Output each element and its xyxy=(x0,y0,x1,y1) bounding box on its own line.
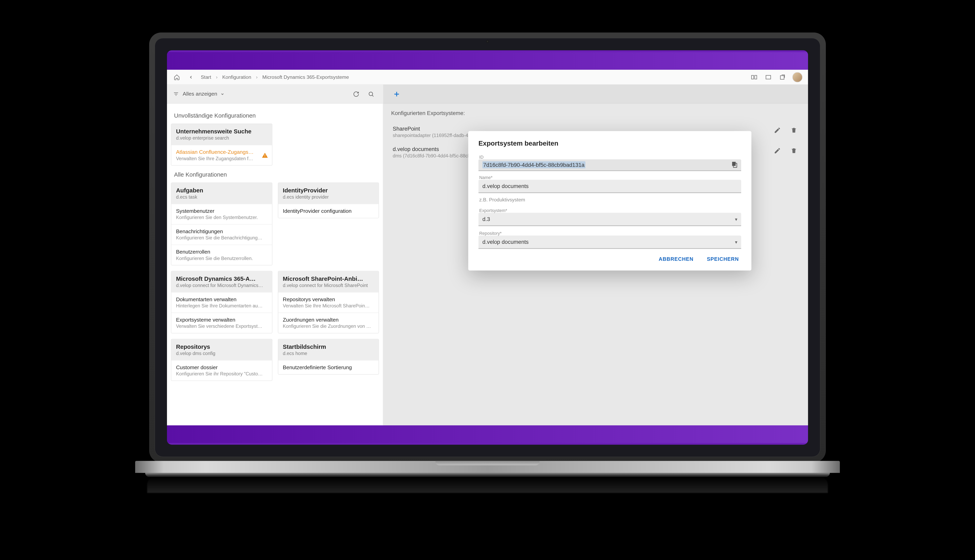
card-subtitle: d.ecs task xyxy=(176,194,267,200)
copy-icon[interactable] xyxy=(731,161,738,168)
exportsystem-select[interactable]: d.3 xyxy=(478,213,741,226)
card-item[interactable]: Benutzerdefinierte Sortierung xyxy=(278,360,379,374)
svg-point-7 xyxy=(369,92,373,95)
crumb-config[interactable]: Konfiguration xyxy=(222,74,251,80)
config-toolbar: Alles anzeigen xyxy=(167,85,383,103)
card-head[interactable]: IdentityProviderd.ecs identity provider xyxy=(278,183,379,203)
filter-dropdown[interactable]: Alles anzeigen xyxy=(183,91,224,97)
filter-label: Alles anzeigen xyxy=(183,91,217,97)
id-value[interactable]: 7d16c8fd-7b90-4dd4-bf5c-88cb9bad131a xyxy=(478,159,741,171)
card-item[interactable]: BenutzerrollenKonfigurieren Sie die Benu… xyxy=(171,245,272,265)
card-head[interactable]: Aufgabend.ecs task xyxy=(171,183,272,203)
crumb-page: Microsoft Dynamics 365-Exportsysteme xyxy=(262,74,349,80)
filter-icon[interactable] xyxy=(173,91,179,97)
item-label: Zuordnungen verwalten xyxy=(283,317,374,323)
chevron-down-icon: ▾ xyxy=(735,217,738,222)
config-card: Startbildschirmd.ecs homeBenutzerdefinie… xyxy=(278,339,379,375)
field-exportsystem: Exportsystem* d.3 ▾ xyxy=(478,208,741,226)
item-label: Benutzerdefinierte Sortierung xyxy=(283,364,374,370)
field-label: Name* xyxy=(478,175,741,180)
laptop-notch xyxy=(435,461,540,465)
item-label: Customer dossier xyxy=(176,364,267,370)
item-label: IdentityProvider configuration xyxy=(283,208,374,214)
item-label: Benachrichtigungen xyxy=(176,228,267,234)
topbar: Start › Konfiguration › Microsoft Dynami… xyxy=(167,70,808,85)
layout-single-icon[interactable] xyxy=(764,73,773,81)
edit-icon[interactable] xyxy=(773,146,782,155)
system-name: SharePoint xyxy=(393,125,773,132)
card-head[interactable]: Repositorysd.velop dms config xyxy=(171,339,272,360)
chevron-down-icon: ▾ xyxy=(735,239,738,245)
card-title: Microsoft SharePoint-Anbi… xyxy=(283,275,374,282)
section-incomplete-title: Unvollständige Konfigurationen xyxy=(174,112,376,119)
chevron-right-icon: › xyxy=(256,74,258,80)
card-title: Repositorys xyxy=(176,343,267,350)
delete-icon[interactable] xyxy=(789,125,799,135)
crumb-start[interactable]: Start xyxy=(201,74,211,80)
card-head[interactable]: Microsoft Dynamics 365-A…d.velop connect… xyxy=(171,271,272,292)
field-id: ID 7d16c8fd-7b90-4dd4-bf5c-88cb9bad131a xyxy=(478,155,741,171)
name-input[interactable] xyxy=(478,180,741,193)
card-item[interactable]: Repositorys verwaltenVerwalten Sie Ihre … xyxy=(278,292,379,312)
add-button[interactable] xyxy=(390,87,404,101)
item-label: Systembenutzer xyxy=(176,208,267,214)
card-head[interactable]: Unternehmensweite Suche d.velop enterpri… xyxy=(171,124,272,145)
refresh-icon[interactable] xyxy=(351,88,361,99)
svg-rect-2 xyxy=(766,75,771,79)
layout-columns-icon[interactable] xyxy=(750,73,758,81)
repository-select[interactable]: d.velop documents xyxy=(478,235,741,249)
delete-icon[interactable] xyxy=(789,146,799,155)
select-value: d.velop documents xyxy=(482,238,528,245)
back-icon[interactable] xyxy=(187,73,195,81)
card-item[interactable]: IdentityProvider configuration xyxy=(278,203,379,218)
config-card-enterprise-search: Unternehmensweite Suche d.velop enterpri… xyxy=(171,123,272,166)
field-label: ID xyxy=(478,155,741,159)
svg-rect-0 xyxy=(752,75,754,79)
laptop-camera xyxy=(486,40,489,43)
card-item[interactable]: Dokumentarten verwaltenHinterlegen Sie I… xyxy=(171,292,272,312)
item-desc: Verwalten Sie Ihre Microsoft SharePoin… xyxy=(283,303,374,308)
open-external-icon[interactable] xyxy=(778,73,787,81)
svg-rect-12 xyxy=(732,162,736,166)
item-label: Dokumentarten verwalten xyxy=(176,297,267,302)
edit-exportsystem-dialog: Exportsystem bearbeiten ID 7d16c8fd-7b90… xyxy=(468,131,751,270)
card-subtitle: d.velop dms config xyxy=(176,351,267,356)
save-button[interactable]: SPEICHERN xyxy=(704,253,741,265)
cancel-button[interactable]: ABBRECHEN xyxy=(656,253,696,265)
card-subtitle: d.velop connect for Microsoft Dynamics… xyxy=(176,283,267,288)
card-title: IdentityProvider xyxy=(283,187,374,193)
card-title: Startbildschirm xyxy=(283,343,374,350)
item-label: Exportsysteme verwalten xyxy=(176,317,267,323)
item-desc: Konfigurieren Sie den Systembenutzer. xyxy=(176,215,267,220)
detail-heading: Konfigurierten Exportsysteme: xyxy=(391,110,800,116)
item-label: Benutzerrollen xyxy=(176,249,267,255)
card-subtitle: d.velop enterprise search xyxy=(176,135,267,141)
home-icon[interactable] xyxy=(172,73,181,81)
card-title: Microsoft Dynamics 365-A… xyxy=(176,275,267,282)
card-item[interactable]: Customer dossierKonfigurieren Sie ihr Re… xyxy=(171,360,272,380)
config-card: IdentityProviderd.ecs identity providerI… xyxy=(278,182,379,218)
card-title: Unternehmensweite Suche xyxy=(176,128,267,134)
card-item[interactable]: Zuordnungen verwaltenKonfigurieren Sie d… xyxy=(278,312,379,333)
detail-toolbar xyxy=(383,85,808,103)
card-item[interactable]: Exportsysteme verwaltenVerwalten Sie ver… xyxy=(171,312,272,333)
card-head[interactable]: Microsoft SharePoint-Anbi…d.velop connec… xyxy=(278,271,379,292)
field-label: Repository* xyxy=(478,231,741,236)
app-window: Start › Konfiguration › Microsoft Dynami… xyxy=(167,52,808,443)
item-desc: Konfigurieren Sie die Benachrichtigung… xyxy=(176,235,267,241)
avatar[interactable] xyxy=(792,72,803,82)
item-label: Repositorys verwalten xyxy=(283,297,374,302)
search-icon[interactable] xyxy=(366,88,376,99)
detail-panel: Konfigurierten Exportsysteme: SharePoint… xyxy=(383,85,808,425)
card-item-confluence-warning[interactable]: Atlassian Confluence-Zugangs… Verwalten … xyxy=(171,145,272,165)
chevron-right-icon: › xyxy=(216,74,217,80)
card-item[interactable]: BenachrichtigungenKonfigurieren Sie die … xyxy=(171,224,272,245)
card-item[interactable]: SystembenutzerKonfigurieren Sie den Syst… xyxy=(171,203,272,224)
card-subtitle: d.ecs home xyxy=(283,351,374,356)
edit-icon[interactable] xyxy=(773,125,782,135)
card-subtitle: d.ecs identity provider xyxy=(283,194,374,200)
item-desc: Verwalten Sie Ihre Zugangsdaten f… xyxy=(176,156,267,162)
card-head[interactable]: Startbildschirmd.ecs home xyxy=(278,339,379,360)
config-card: Aufgabend.ecs taskSystembenutzerKonfigur… xyxy=(171,182,272,265)
warning-icon xyxy=(261,152,268,158)
